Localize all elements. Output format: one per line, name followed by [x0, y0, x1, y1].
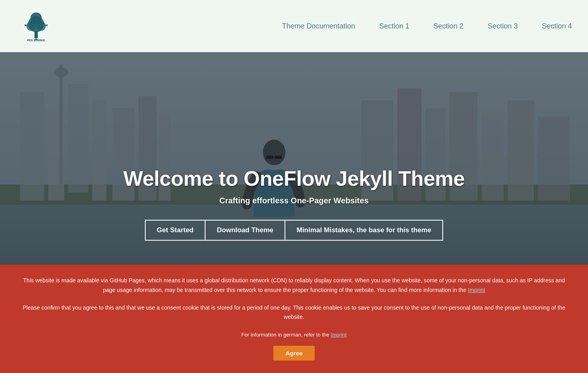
consent-agree-button[interactable]: Agree: [273, 346, 315, 361]
hero-content: Welcome to OneFlow Jekyll Theme Crafting…: [123, 166, 464, 241]
nav-links: Theme Documentation Section 1 Section 2 …: [282, 22, 572, 30]
hero-section: Welcome to OneFlow Jekyll Theme Crafting…: [0, 52, 588, 265]
svg-point-8: [46, 24, 48, 26]
consent-imprint-link[interactable]: Imprint: [468, 287, 485, 293]
svg-rect-33: [266, 156, 273, 159]
nav-section1[interactable]: Section 1: [379, 22, 409, 30]
consent-banner: This website is made available via GitHu…: [0, 265, 588, 373]
consent-text-primary: This website is made available via GitHu…: [20, 276, 568, 295]
hero-buttons: Get Started Download Theme Minimal Mista…: [123, 220, 464, 241]
hero-subtitle: Crafting effortless One-Pager Websites: [123, 196, 464, 205]
nav-theme-documentation[interactable]: Theme Documentation: [282, 22, 355, 30]
nav-section4[interactable]: Section 4: [542, 22, 572, 30]
nav-section2[interactable]: Section 2: [433, 22, 464, 30]
minimal-mistakes-button[interactable]: Minimal Mistakes, the base for this them…: [285, 220, 443, 241]
consent-text-german: For information in german, refer to the …: [20, 332, 568, 338]
svg-point-7: [24, 24, 26, 26]
svg-rect-34: [275, 156, 282, 159]
logo-image: PER STARKE: [16, 6, 56, 46]
download-theme-button[interactable]: Download Theme: [205, 220, 285, 241]
consent-text-secondary: Please confirm that you agree to this an…: [20, 303, 568, 322]
get-started-button[interactable]: Get Started: [145, 220, 205, 241]
logo-svg: PER STARKE: [20, 10, 52, 42]
svg-point-32: [263, 140, 285, 165]
hero-title: Welcome to OneFlow Jekyll Theme: [123, 166, 464, 191]
svg-point-4: [31, 12, 42, 24]
logo-link[interactable]: PER STARKE: [16, 6, 56, 46]
nav-section3[interactable]: Section 3: [488, 22, 518, 30]
svg-text:PER STARKE: PER STARKE: [27, 39, 45, 42]
consent-imprint-german-link[interactable]: Imprint: [331, 332, 347, 338]
navbar: PER STARKE Theme Documentation Section 1…: [0, 0, 588, 52]
